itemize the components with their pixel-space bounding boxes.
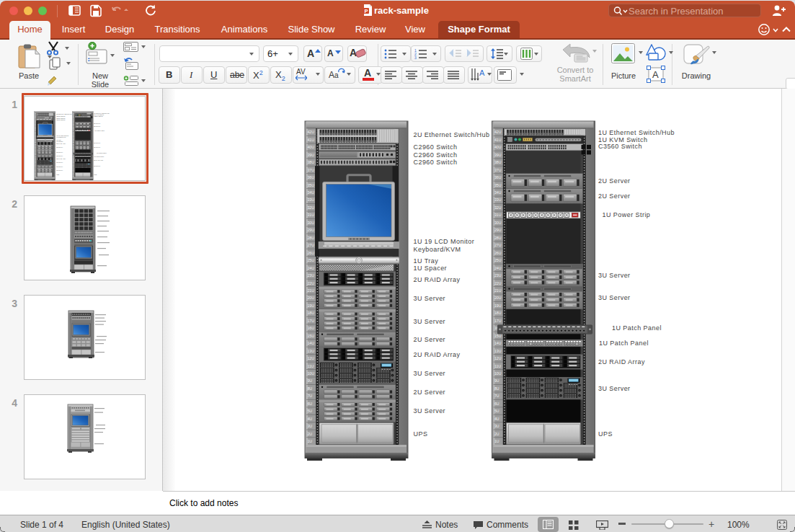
svg-text:7U: 7U	[307, 394, 312, 398]
svg-text:5U: 5U	[494, 409, 499, 413]
svg-text:29U: 29U	[494, 228, 502, 232]
svg-text:C2960 Switch: C2960 Switch	[414, 143, 458, 151]
svg-text:C2960 Switch: C2960 Switch	[414, 159, 458, 166]
svg-text:2U Server: 2U Server	[414, 336, 446, 343]
svg-text:2U RAID Array: 2U RAID Array	[414, 351, 461, 358]
svg-text:28U: 28U	[494, 236, 502, 240]
svg-text:9U: 9U	[494, 378, 499, 383]
svg-text:12U: 12U	[307, 356, 314, 360]
svg-text:32U: 32U	[494, 205, 502, 210]
svg-text:37U: 37U	[494, 168, 502, 172]
svg-text:35U: 35U	[307, 183, 314, 187]
svg-text:3U Server: 3U Server	[598, 294, 631, 301]
svg-text:C3560 Switch: C3560 Switch	[598, 143, 642, 150]
svg-text:38U: 38U	[494, 160, 502, 164]
svg-text:12U: 12U	[494, 356, 502, 360]
svg-text:3U: 3U	[494, 424, 499, 428]
svg-text:19U: 19U	[494, 303, 502, 308]
svg-text:13U: 13U	[494, 349, 502, 353]
svg-text:42U: 42U	[307, 130, 314, 134]
svg-text:36U: 36U	[494, 175, 502, 179]
svg-text:14U: 14U	[307, 341, 314, 345]
svg-text:23U: 23U	[307, 273, 314, 278]
svg-text:2U: 2U	[307, 432, 312, 436]
svg-text:17U: 17U	[307, 319, 314, 323]
svg-text:3U Server: 3U Server	[598, 272, 631, 279]
svg-text:41U: 41U	[494, 138, 502, 142]
svg-text:30U: 30U	[307, 221, 314, 225]
svg-text:9U: 9U	[307, 378, 312, 383]
svg-text:26U: 26U	[494, 251, 502, 255]
svg-text:C2960 Switch: C2960 Switch	[414, 151, 458, 159]
svg-text:2U Server: 2U Server	[598, 192, 631, 200]
svg-text:25U: 25U	[494, 258, 502, 262]
svg-text:23U: 23U	[494, 273, 502, 278]
svg-text:15U: 15U	[494, 334, 502, 338]
svg-text:3U Server: 3U Server	[414, 370, 446, 377]
svg-text:35U: 35U	[494, 183, 502, 187]
svg-text:14U: 14U	[494, 341, 502, 345]
svg-text:3U Server: 3U Server	[598, 385, 631, 392]
svg-text:UPS: UPS	[414, 430, 428, 438]
svg-text:27U: 27U	[307, 243, 314, 247]
svg-text:UPS: UPS	[598, 430, 613, 438]
svg-text:18U: 18U	[307, 311, 314, 315]
svg-text:2U Ethernet Switch/Hub: 2U Ethernet Switch/Hub	[414, 131, 490, 138]
svg-text:38U: 38U	[307, 160, 314, 164]
svg-text:A: A	[479, 68, 485, 77]
svg-text:34U: 34U	[307, 190, 314, 195]
svg-text:16U: 16U	[307, 326, 314, 330]
svg-text:2U Server: 2U Server	[414, 389, 446, 396]
svg-text:33U: 33U	[494, 198, 502, 202]
svg-text:10U: 10U	[307, 371, 314, 376]
svg-text:2U Server: 2U Server	[598, 177, 631, 185]
svg-text:11U: 11U	[494, 364, 501, 368]
svg-text:29U: 29U	[307, 228, 314, 232]
svg-text:31U: 31U	[494, 213, 502, 217]
svg-text:39U: 39U	[307, 153, 314, 157]
svg-text:40U: 40U	[494, 145, 502, 149]
svg-text:30U: 30U	[494, 221, 502, 225]
svg-text:8U: 8U	[494, 386, 499, 391]
svg-text:11U: 11U	[307, 364, 314, 368]
svg-text:3U: 3U	[307, 424, 312, 428]
svg-text:3: 3	[414, 56, 417, 60]
svg-text:8U: 8U	[307, 386, 312, 391]
svg-text:1U Patch Panel: 1U Patch Panel	[612, 324, 662, 332]
svg-text:5U: 5U	[307, 409, 312, 413]
svg-text:40U: 40U	[307, 145, 314, 149]
svg-text:20U: 20U	[494, 296, 502, 300]
svg-text:6U: 6U	[494, 402, 499, 406]
svg-text:42U: 42U	[494, 130, 502, 134]
svg-text:Keyboard/KVM: Keyboard/KVM	[414, 246, 461, 253]
svg-text:22U: 22U	[307, 281, 314, 285]
svg-text:1U Patch Panel: 1U Patch Panel	[599, 340, 649, 347]
svg-text:2U RAID Array: 2U RAID Array	[598, 358, 645, 365]
svg-text:10U: 10U	[494, 371, 502, 376]
svg-text:1U Ethernet Switch/Hub: 1U Ethernet Switch/Hub	[598, 129, 675, 136]
svg-text:3U Server: 3U Server	[414, 295, 446, 302]
svg-text:32U: 32U	[307, 205, 314, 210]
svg-text:22U: 22U	[494, 281, 502, 285]
svg-text:1U: 1U	[307, 439, 312, 443]
svg-text:1U 19 LCD Monitor: 1U 19 LCD Monitor	[414, 238, 475, 245]
svg-text:17U: 17U	[494, 319, 502, 323]
svg-text:21U: 21U	[307, 288, 314, 293]
svg-text:3U Server: 3U Server	[414, 318, 446, 325]
svg-text:18U: 18U	[494, 311, 502, 315]
svg-text:2U: 2U	[494, 432, 499, 436]
svg-text:36U: 36U	[307, 175, 314, 179]
svg-text:4U: 4U	[307, 417, 312, 421]
svg-text:13U: 13U	[307, 349, 314, 353]
svg-text:1U Tray: 1U Tray	[414, 257, 439, 265]
svg-text:1U Power Strip: 1U Power Strip	[603, 211, 651, 218]
svg-text:1U: 1U	[494, 439, 499, 443]
svg-text:7U: 7U	[494, 394, 499, 398]
svg-text:1U Spacer: 1U Spacer	[414, 265, 448, 272]
svg-text:P: P	[365, 8, 368, 14]
svg-text:1U KVM Switch: 1U KVM Switch	[598, 136, 647, 143]
svg-text:31U: 31U	[307, 213, 314, 217]
svg-text:28U: 28U	[307, 236, 314, 240]
svg-text:34U: 34U	[494, 190, 502, 195]
svg-text:24U: 24U	[494, 266, 502, 270]
